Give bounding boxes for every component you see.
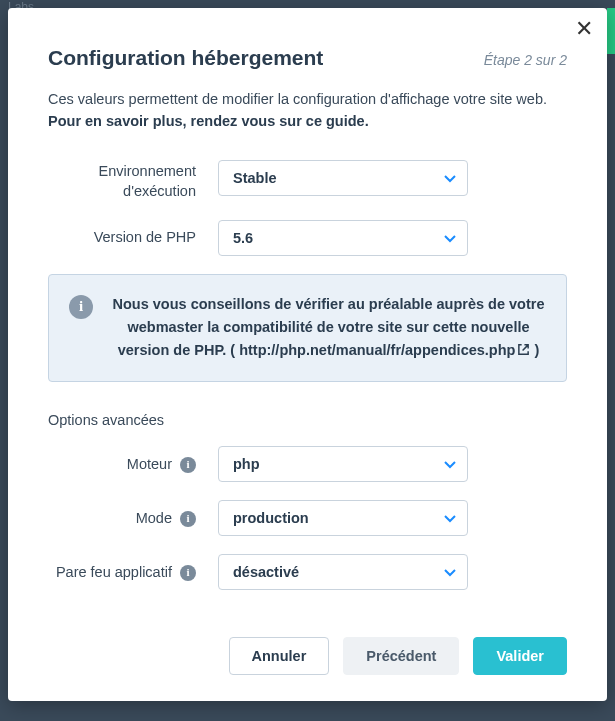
help-icon[interactable]: i <box>180 511 196 527</box>
close-button[interactable]: ✕ <box>575 18 593 40</box>
info-text-after: ) <box>530 342 539 358</box>
info-icon: i <box>69 295 93 319</box>
php-label: Version de PHP <box>48 227 218 247</box>
php-doc-link[interactable]: http://php.net/manual/fr/appendices.php <box>239 342 530 358</box>
php-version-select[interactable]: 5.6 <box>218 220 468 256</box>
close-icon: ✕ <box>575 16 593 41</box>
waf-select[interactable]: désactivé <box>218 554 468 590</box>
engine-label: Moteur i <box>48 454 218 474</box>
submit-button[interactable]: Valider <box>473 637 567 675</box>
backdrop-accent <box>607 8 615 54</box>
help-icon[interactable]: i <box>180 565 196 581</box>
hosting-config-modal: ✕ Configuration hébergement Étape 2 sur … <box>8 8 607 701</box>
modal-description: Ces valeurs permettent de modifier la co… <box>48 88 567 133</box>
env-label: Environnement d'exécution <box>48 155 218 202</box>
waf-label: Pare feu applicatif i <box>48 562 218 582</box>
help-icon[interactable]: i <box>180 457 196 473</box>
info-callout: i Nous vous conseillons de vérifier au p… <box>48 274 567 383</box>
modal-title: Configuration hébergement <box>48 46 323 70</box>
modal-footer: Annuler Précédent Valider <box>8 619 607 701</box>
engine-select[interactable]: php <box>218 446 468 482</box>
external-link-icon <box>517 340 530 363</box>
advanced-options-label: Options avancées <box>48 412 567 428</box>
description-text: Ces valeurs permettent de modifier la co… <box>48 91 547 107</box>
step-indicator: Étape 2 sur 2 <box>484 52 567 68</box>
php-doc-link-text: http://php.net/manual/fr/appendices.php <box>239 342 515 358</box>
mode-label: Mode i <box>48 508 218 528</box>
guide-link[interactable]: Pour en savoir plus, rendez vous sur ce … <box>48 113 369 129</box>
previous-button[interactable]: Précédent <box>343 637 459 675</box>
cancel-button[interactable]: Annuler <box>229 637 330 675</box>
mode-select[interactable]: production <box>218 500 468 536</box>
env-select[interactable]: Stable <box>218 160 468 196</box>
